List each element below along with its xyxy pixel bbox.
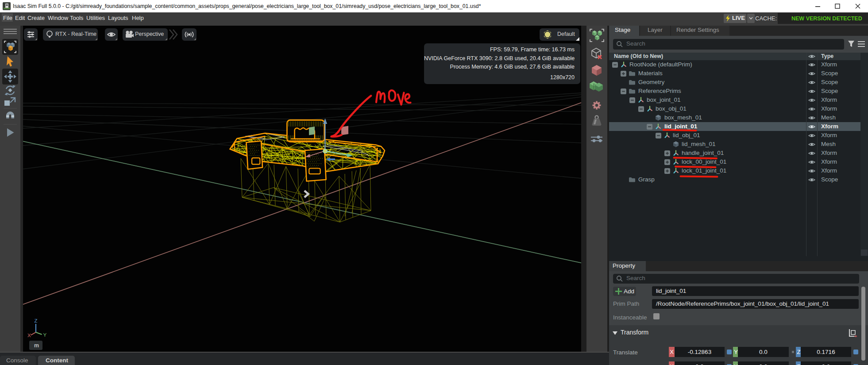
svg-text:m: m: [34, 342, 39, 349]
svg-text:Z: Z: [35, 318, 38, 323]
svg-text:X: X: [27, 333, 31, 338]
svg-text:Y: Y: [43, 332, 47, 338]
